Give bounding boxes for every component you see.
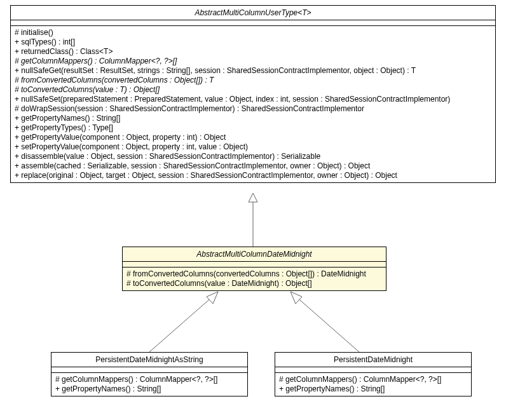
method: # getColumnMappers() : ColumnMapper<?, ?…: [279, 375, 467, 384]
method: # toConvertedColumns(value : DateMidnigh…: [126, 279, 382, 288]
method: # doWrapSession(session : SharedSessionC…: [15, 104, 491, 114]
svg-line-2: [149, 297, 212, 352]
method: + getPropertyValue(component : Object, p…: [15, 133, 491, 142]
class-persistent-date-midnight-as-string: PersistentDateMidnightAsString # getColu…: [51, 352, 248, 396]
class-abstract-multi-column-user-type: AbstractMultiColumnUserType<T> # initial…: [10, 5, 496, 183]
class-methods-section: # initialise() + sqlTypes() : int[] + re…: [11, 26, 495, 182]
method: + getPropertyNames() : String[]: [279, 384, 467, 394]
method: # toConvertedColumns(value : T) : Object…: [15, 85, 491, 95]
method: + getPropertyNames() : String[]: [15, 114, 491, 123]
class-attributes-section: [51, 367, 247, 373]
svg-marker-5: [291, 292, 302, 304]
method: + nullSafeGet(resultSet : ResultSet, str…: [15, 66, 491, 76]
method: # initialise(): [15, 28, 491, 37]
class-persistent-date-midnight: PersistentDateMidnight # getColumnMapper…: [275, 352, 472, 396]
method: + disassemble(value : Object, session : …: [15, 152, 491, 161]
method: + getPropertyTypes() : Type[]: [15, 123, 491, 133]
class-attributes-section: [11, 20, 495, 26]
method: # fromConvertedColumns(convertedColumns …: [15, 76, 491, 85]
class-methods-section: # getColumnMappers() : ColumnMapper<?, ?…: [51, 373, 247, 396]
class-title: AbstractMultiColumnDateMidnight: [123, 247, 386, 262]
method: + sqlTypes() : int[]: [15, 37, 491, 47]
method: + returnedClass() : Class<T>: [15, 47, 491, 57]
method: + getPropertyNames() : String[]: [55, 384, 243, 394]
class-abstract-multi-column-date-midnight: AbstractMultiColumnDateMidnight # fromCo…: [122, 247, 386, 291]
svg-marker-1: [249, 193, 257, 202]
class-title: PersistentDateMidnight: [275, 353, 471, 367]
class-attributes-section: [275, 367, 471, 373]
method: # getColumnMappers() : ColumnMapper<?, ?…: [55, 375, 243, 384]
method: + replace(original : Object, target : Ob…: [15, 171, 491, 180]
method: + nullSafeSet(preparedStatement : Prepar…: [15, 95, 491, 104]
svg-marker-3: [207, 292, 218, 304]
class-methods-section: # fromConvertedColumns(convertedColumns …: [123, 268, 386, 290]
class-attributes-section: [123, 262, 386, 268]
class-methods-section: # getColumnMappers() : ColumnMapper<?, ?…: [275, 373, 471, 396]
method: + setPropertyValue(component : Object, p…: [15, 142, 491, 152]
class-title: PersistentDateMidnightAsString: [51, 353, 247, 367]
method: # fromConvertedColumns(convertedColumns …: [126, 269, 382, 279]
svg-line-4: [297, 297, 359, 352]
class-title: AbstractMultiColumnUserType<T>: [11, 6, 495, 20]
method: # getColumnMappers() : ColumnMapper<?, ?…: [15, 57, 491, 66]
method: + assemble(cached : Serializable, sessio…: [15, 161, 491, 171]
